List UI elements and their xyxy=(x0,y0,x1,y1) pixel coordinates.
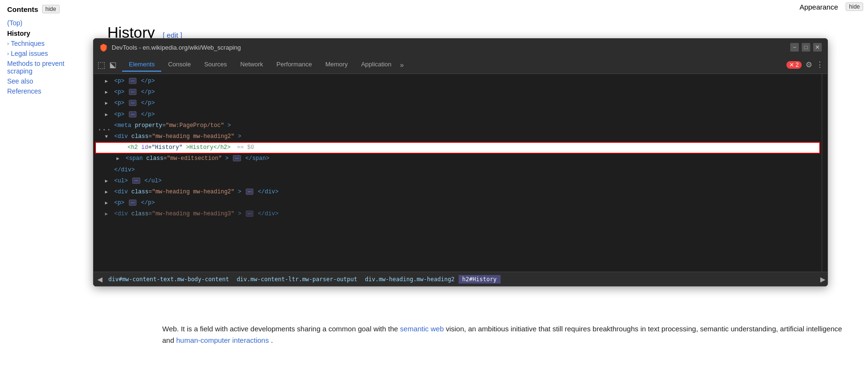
breadcrumb-item-1[interactable]: div#mw-content-text.mw-body-content xyxy=(105,275,233,284)
expand-node-btn[interactable]: ··· xyxy=(246,189,253,195)
sidebar-top-link[interactable]: (Top) xyxy=(7,19,86,27)
html-line[interactable]: ▶ <p> ··· </p> xyxy=(94,109,822,120)
tab-sources[interactable]: Sources xyxy=(198,58,234,72)
expand-node-btn[interactable]: ··· xyxy=(246,211,253,217)
expand-node-btn[interactable]: ··· xyxy=(129,100,136,106)
html-line[interactable]: ▶ <p> ··· </p> xyxy=(94,76,822,87)
expand-node-btn[interactable]: ··· xyxy=(129,200,136,206)
expand-arrow[interactable]: ▶ xyxy=(105,189,111,196)
tab-network[interactable]: Network xyxy=(234,58,270,72)
breadcrumb-forward-arrow[interactable]: ▶ xyxy=(820,275,826,283)
wiki-text-before-link: Web. It is a field with active developme… xyxy=(162,325,398,333)
tab-console[interactable]: Console xyxy=(161,58,198,72)
html-line[interactable]: ▼ <div class="mw-heading mw-heading2" > xyxy=(94,131,822,142)
html-line[interactable]: ▶ <p> ··· </p> xyxy=(94,198,822,209)
sidebar-link-techniques[interactable]: Techniques xyxy=(11,40,45,47)
styles-panel xyxy=(822,74,827,272)
device-icon[interactable]: ⬕ xyxy=(109,60,116,69)
more-options-icon[interactable]: ⋮ xyxy=(816,60,824,69)
error-x-icon: ✕ xyxy=(789,62,794,68)
breadcrumb-back-arrow[interactable]: ◀ xyxy=(95,275,105,283)
html-line[interactable]: ▶ <div class="mw-heading mw-heading2" > … xyxy=(94,187,822,198)
sidebar-link-references[interactable]: References xyxy=(7,87,86,95)
breadcrumb-item-2[interactable]: div.mw-content-ltr.mw-parser-output xyxy=(233,275,361,284)
expand-arrow[interactable]: ▶ xyxy=(105,211,111,218)
inspect-icon[interactable]: ⬚ xyxy=(97,60,105,70)
wiki-bottom-text: Web. It is a field with active developme… xyxy=(148,318,868,351)
breadcrumb-item-3[interactable]: div.mw-heading.mw-heading2 xyxy=(361,275,459,284)
wiki-hci-link[interactable]: human-computer interactions xyxy=(176,336,269,344)
sidebar-link-seealso[interactable]: See also xyxy=(7,77,86,85)
devtools-window: DevTools - en.wikipedia.org/wiki/Web_scr… xyxy=(93,38,828,286)
devtools-title: DevTools - en.wikipedia.org/wiki/Web_scr… xyxy=(112,44,787,51)
no-arrow xyxy=(118,144,124,152)
expand-arrow[interactable]: ▶ xyxy=(105,89,111,96)
no-arrow xyxy=(105,167,111,174)
dots-indicator: ··· xyxy=(94,122,115,138)
sidebar-hide-button[interactable]: hide xyxy=(42,5,60,13)
tab-memory[interactable]: Memory xyxy=(319,58,355,72)
sidebar-item-methods[interactable]: Methods to prevent scraping xyxy=(7,60,86,75)
expand-node-btn[interactable]: ··· xyxy=(129,111,136,117)
elements-panel[interactable]: ··· ▶ <p> ··· </p> ▶ <p> ··· </p> ▶ xyxy=(94,74,822,272)
chevron-right-icon: › xyxy=(7,51,9,56)
expand-arrow[interactable]: ▶ xyxy=(105,200,111,207)
html-line[interactable]: <meta property="mw:PageProp/toc" > xyxy=(94,120,822,131)
sidebar-item-references[interactable]: References xyxy=(7,87,86,95)
sidebar-history-label: History xyxy=(7,30,86,37)
appearance-label: Appearance xyxy=(799,3,838,11)
sidebar-title: Contents xyxy=(7,5,38,13)
sidebar-link-legal[interactable]: Legal issues xyxy=(11,50,48,57)
devtools-close-button[interactable]: ✕ xyxy=(813,43,822,52)
tab-performance[interactable]: Performance xyxy=(270,58,318,72)
html-line[interactable]: ▶ <p> ··· </p> xyxy=(94,98,822,109)
wiki-sidebar: Contents hide (Top) History › Techniques… xyxy=(0,0,93,370)
error-count: 2 xyxy=(795,62,799,68)
tab-application[interactable]: Application xyxy=(355,58,398,72)
devtools-minimize-button[interactable]: − xyxy=(790,43,799,52)
expand-arrow[interactable]: ▶ xyxy=(116,155,122,163)
expand-node-btn[interactable]: ··· xyxy=(129,89,136,95)
brave-icon xyxy=(99,43,108,52)
devtools-breadcrumb: ◀ div#mw-content-text.mw-body-content di… xyxy=(94,272,827,286)
devtools-content-area: ··· ▶ <p> ··· </p> ▶ <p> ··· </p> ▶ xyxy=(94,74,827,272)
html-line[interactable]: ▶ <ul> ··· </ul> xyxy=(94,176,822,187)
breadcrumb-item-4[interactable]: h2#History xyxy=(459,275,501,284)
html-line-highlighted[interactable]: <h2 id="History" >History</h2> == $0 xyxy=(95,142,820,153)
html-line[interactable]: ▶ <p> ··· </p> xyxy=(94,87,822,98)
devtools-tabbar: ⬚ ⬕ Elements Console Sources Network Per… xyxy=(94,56,827,74)
sidebar-item-seealso[interactable]: See also xyxy=(7,77,86,85)
expand-node-btn[interactable]: ··· xyxy=(233,155,241,161)
devtools-titlebar: DevTools - en.wikipedia.org/wiki/Web_scr… xyxy=(94,39,827,56)
html-line[interactable]: ▶ <span class="mw-editsection" > ··· </s… xyxy=(94,153,822,164)
wiki-text-period: . xyxy=(271,336,273,344)
error-badge: ✕ 2 xyxy=(786,61,802,69)
tabs-overflow-icon[interactable]: » xyxy=(400,61,404,69)
appearance-hide-button[interactable]: hide xyxy=(846,2,863,11)
sidebar-item-techniques[interactable]: › Techniques xyxy=(7,40,86,47)
html-line[interactable]: ▶ <div class="mw-heading mw-heading3" > … xyxy=(94,209,822,220)
settings-icon[interactable]: ⚙ xyxy=(805,60,812,69)
wiki-semantic-web-link[interactable]: semantic web xyxy=(400,325,444,333)
sidebar-link-methods[interactable]: Methods to prevent scraping xyxy=(7,60,86,75)
expand-arrow[interactable]: ▶ xyxy=(105,111,111,119)
expand-arrow[interactable]: ▶ xyxy=(105,100,111,107)
appearance-area: Appearance hide xyxy=(799,2,863,11)
expand-arrow[interactable]: ▶ xyxy=(105,178,111,185)
html-line[interactable]: </div> xyxy=(94,165,822,176)
expand-node-btn[interactable]: ··· xyxy=(129,78,136,84)
devtools-maximize-button[interactable]: □ xyxy=(802,43,810,52)
sidebar-item-legal[interactable]: › Legal issues xyxy=(7,50,86,57)
devtools-main: ··· ▶ <p> ··· </p> ▶ <p> ··· </p> ▶ xyxy=(94,74,827,286)
expand-node-btn[interactable]: ··· xyxy=(132,178,140,184)
chevron-right-icon: › xyxy=(7,41,9,46)
tab-elements[interactable]: Elements xyxy=(122,58,161,72)
expand-arrow[interactable]: ▶ xyxy=(105,78,111,85)
devtools-tabs-right: ✕ 2 ⚙ ⋮ xyxy=(786,60,824,69)
